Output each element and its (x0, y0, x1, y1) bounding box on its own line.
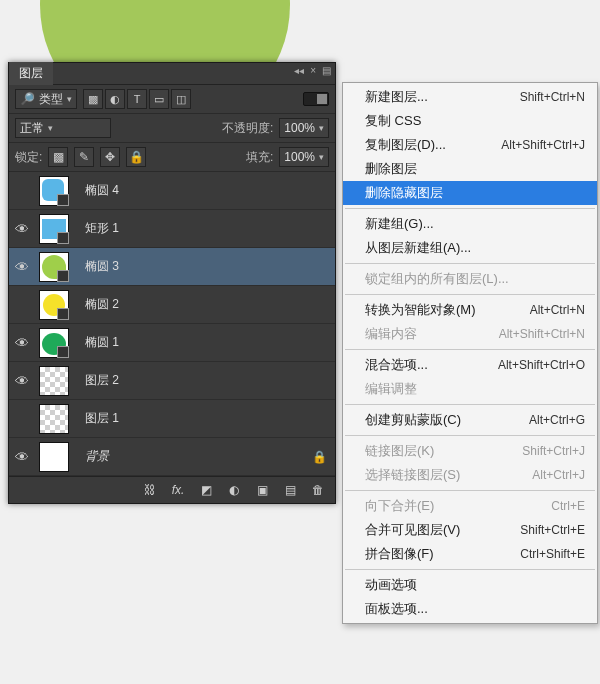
fill-label: 填充: (246, 149, 273, 166)
menu-item: 锁定组内的所有图层(L)... (343, 267, 597, 291)
visibility-toggle[interactable]: 👁 (9, 449, 35, 465)
visibility-toggle[interactable]: 👁 (9, 335, 35, 351)
lock-position-icon[interactable]: ✥ (100, 147, 120, 167)
visibility-toggle[interactable]: 👁 (9, 373, 35, 389)
filter-shape-icon[interactable]: ▭ (149, 89, 169, 109)
menu-item-label: 链接图层(K) (365, 442, 434, 460)
menu-item[interactable]: 新建组(G)... (343, 212, 597, 236)
menu-item-label: 创建剪贴蒙版(C) (365, 411, 461, 429)
menu-item[interactable]: 面板选项... (343, 597, 597, 621)
menu-item[interactable]: 拼合图像(F)Ctrl+Shift+E (343, 542, 597, 566)
menu-item[interactable]: 转换为智能对象(M)Alt+Ctrl+N (343, 298, 597, 322)
layer-name[interactable]: 矩形 1 (85, 220, 119, 237)
layer-name[interactable]: 背景 (85, 448, 109, 465)
menu-item-label: 新建组(G)... (365, 215, 434, 233)
filter-pixel-icon[interactable]: ▩ (83, 89, 103, 109)
menu-item-label: 混合选项... (365, 356, 428, 374)
menu-separator (345, 263, 595, 264)
menu-item-label: 选择链接图层(S) (365, 466, 460, 484)
blend-mode-dropdown[interactable]: 正常 ▾ (15, 118, 111, 138)
menu-item[interactable]: 新建图层...Shift+Ctrl+N (343, 85, 597, 109)
layer-name[interactable]: 图层 1 (85, 410, 119, 427)
menu-item[interactable]: 动画选项 (343, 573, 597, 597)
chevron-down-icon: ▾ (67, 94, 72, 104)
menu-item[interactable]: 复制图层(D)...Alt+Shift+Ctrl+J (343, 133, 597, 157)
layer-thumbnail[interactable] (39, 176, 69, 206)
menu-item[interactable]: 合并可见图层(V)Shift+Ctrl+E (343, 518, 597, 542)
layer-thumbnail[interactable] (39, 442, 69, 472)
opacity-input[interactable]: 100% ▾ (279, 118, 329, 138)
chain-icon[interactable]: ⛓ (141, 483, 159, 497)
layer-thumbnail[interactable] (39, 404, 69, 434)
layer-row[interactable]: 图层 1 (9, 400, 335, 438)
trash-icon[interactable]: 🗑 (309, 483, 327, 497)
lock-transparency-icon[interactable]: ▩ (48, 147, 68, 167)
menu-item: 选择链接图层(S)Alt+Ctrl+J (343, 463, 597, 487)
folder-icon[interactable]: ▣ (253, 483, 271, 497)
menu-item-label: 锁定组内的所有图层(L)... (365, 270, 509, 288)
menu-item-shortcut: Alt+Ctrl+J (532, 468, 585, 482)
layer-row[interactable]: 👁背景🔒 (9, 438, 335, 476)
layer-row[interactable]: 👁椭圆 1 (9, 324, 335, 362)
layer-name[interactable]: 椭圆 1 (85, 334, 119, 351)
fill-value: 100% (284, 150, 315, 164)
opacity-value: 100% (284, 121, 315, 135)
layer-row[interactable]: 椭圆 2 (9, 286, 335, 324)
menu-item-label: 新建图层... (365, 88, 428, 106)
panel-tabbar: 图层 ◂◂ × ▤ (9, 63, 335, 85)
mask-icon[interactable]: ◩ (197, 483, 215, 497)
layer-row[interactable]: 👁椭圆 3 (9, 248, 335, 286)
menu-item-label: 动画选项 (365, 576, 417, 594)
filter-type-icon[interactable]: T (127, 89, 147, 109)
menu-item[interactable]: 创建剪贴蒙版(C)Alt+Ctrl+G (343, 408, 597, 432)
fill-input[interactable]: 100% ▾ (279, 147, 329, 167)
lock-icon: 🔒 (312, 450, 327, 464)
filter-row: 🔎 类型 ▾ ▩ ◐ T ▭ ◫ (9, 85, 335, 114)
layer-name[interactable]: 图层 2 (85, 372, 119, 389)
layer-name[interactable]: 椭圆 2 (85, 296, 119, 313)
lock-all-icon[interactable]: 🔒 (126, 147, 146, 167)
menu-item-shortcut: Alt+Shift+Ctrl+O (498, 358, 585, 372)
menu-item-label: 向下合并(E) (365, 497, 434, 515)
menu-separator (345, 294, 595, 295)
new-icon[interactable]: ▤ (281, 483, 299, 497)
visibility-toggle[interactable]: 👁 (9, 221, 35, 237)
layer-thumbnail[interactable] (39, 290, 69, 320)
menu-item-label: 面板选项... (365, 600, 428, 618)
menu-item-shortcut: Ctrl+Shift+E (520, 547, 585, 561)
menu-item[interactable]: 混合选项...Alt+Shift+Ctrl+O (343, 353, 597, 377)
layer-name[interactable]: 椭圆 3 (85, 258, 119, 275)
menu-item-label: 转换为智能对象(M) (365, 301, 476, 319)
menu-item: 链接图层(K)Shift+Ctrl+J (343, 439, 597, 463)
menu-item: 编辑调整 (343, 377, 597, 401)
adjust-icon[interactable]: ◐ (225, 483, 243, 497)
layer-row[interactable]: 椭圆 4 (9, 172, 335, 210)
layer-row[interactable]: 👁矩形 1 (9, 210, 335, 248)
tab-layers[interactable]: 图层 (9, 62, 53, 85)
layer-thumbnail[interactable] (39, 366, 69, 396)
menu-separator (345, 435, 595, 436)
menu-item[interactable]: 复制 CSS (343, 109, 597, 133)
close-icon[interactable]: × (310, 65, 316, 76)
layer-thumbnail[interactable] (39, 214, 69, 244)
layer-row[interactable]: 👁图层 2 (9, 362, 335, 400)
menu-item-label: 复制图层(D)... (365, 136, 446, 154)
collapse-icon[interactable]: ◂◂ (294, 65, 304, 76)
menu-item-shortcut: Alt+Shift+Ctrl+J (501, 138, 585, 152)
visibility-toggle[interactable]: 👁 (9, 259, 35, 275)
filter-smart-icon[interactable]: ◫ (171, 89, 191, 109)
fx-icon[interactable]: fx. (169, 483, 187, 497)
menu-item[interactable]: 删除隐藏图层 (343, 181, 597, 205)
menu-item[interactable]: 从图层新建组(A)... (343, 236, 597, 260)
filter-switch[interactable] (303, 92, 329, 106)
layer-thumbnail[interactable] (39, 252, 69, 282)
filter-adjust-icon[interactable]: ◐ (105, 89, 125, 109)
layer-thumbnail[interactable] (39, 328, 69, 358)
opacity-label: 不透明度: (222, 120, 273, 137)
filter-type-dropdown[interactable]: 🔎 类型 ▾ (15, 89, 77, 109)
panel-menu-icon[interactable]: ▤ (322, 65, 331, 76)
menu-item[interactable]: 删除图层 (343, 157, 597, 181)
lock-label: 锁定: (15, 149, 42, 166)
layer-name[interactable]: 椭圆 4 (85, 182, 119, 199)
lock-paint-icon[interactable]: ✎ (74, 147, 94, 167)
